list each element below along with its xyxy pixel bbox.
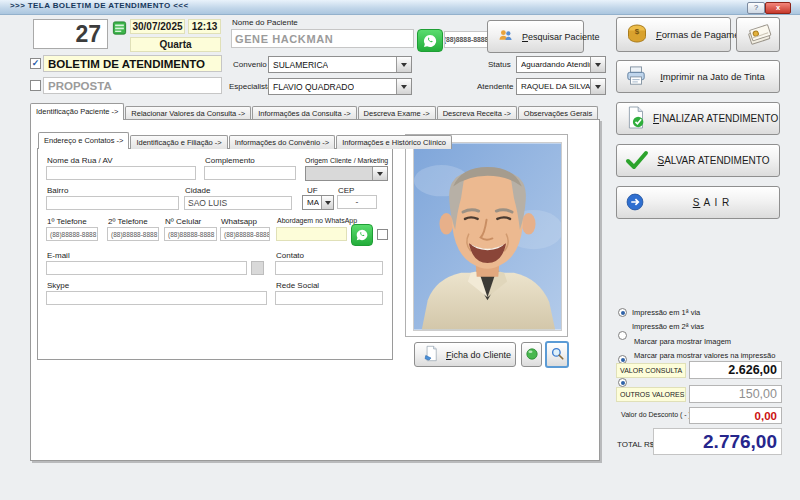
especialista-select[interactable]: FLAVIO QUADRADO — [268, 78, 412, 95]
chevron-down-icon — [590, 79, 605, 94]
uf-select[interactable]: MA — [302, 195, 334, 210]
uf-label: UF — [307, 186, 318, 195]
patient-name-input[interactable]: GENE HACKMAN — [231, 29, 414, 48]
people-icon — [496, 27, 515, 46]
finalize-button[interactable]: FINALIZAR ATENDIMENTO — [616, 102, 780, 135]
status-label: Status — [488, 60, 511, 69]
contato-input[interactable] — [275, 261, 383, 275]
inner-tab-endereco[interactable]: Endereço e Contatos -> — [38, 132, 129, 149]
abordagem-input[interactable] — [276, 227, 347, 241]
main-tabstrip: Identificação Paciente -> Relacionar Val… — [30, 104, 598, 120]
email-extra-box[interactable] — [251, 261, 264, 275]
patient-phone-field[interactable]: (88)8888-8888 — [444, 31, 488, 48]
tel2-input[interactable]: (88)88888-8888 — [107, 227, 159, 241]
weekday-field: Quarta — [130, 37, 221, 52]
atendente-value: RAQUEL DA SILVA — [521, 82, 590, 91]
street-input[interactable] — [46, 166, 196, 180]
bairro-input[interactable] — [46, 196, 179, 210]
whatsapp-optin-checkbox[interactable] — [377, 229, 388, 240]
valor-consulta-label: VALOR CONSULTA — [616, 363, 686, 378]
rede-social-input[interactable] — [275, 291, 383, 305]
cep-label: CEP — [338, 186, 354, 195]
uf-value: MA — [307, 198, 319, 207]
cidade-input[interactable]: SAO LUIS — [184, 196, 292, 210]
inner-tab-convenio[interactable]: Informações do Convênio -> — [229, 135, 335, 149]
cidade-label: Cidade — [185, 186, 210, 195]
tab-observacoes-gerais[interactable]: Observações Gerais — [518, 106, 598, 120]
tel2-label: 2º Telefone — [108, 217, 148, 226]
convenio-select[interactable]: SULAMERICA — [268, 56, 412, 73]
document-check-icon — [625, 106, 646, 131]
tab-descreva-exame[interactable]: Descreva Exame -> — [358, 106, 436, 120]
total-label: TOTAL R$ — [617, 440, 654, 449]
radio-mostrar-valores-label: Marcar para mostrar valores na impressão — [634, 351, 775, 360]
inner-tab-identificacao[interactable]: Identificação e Filiação -> — [130, 135, 227, 149]
attendance-number-field[interactable]: 27 — [33, 19, 108, 49]
celular-label: Nº Celular — [165, 217, 201, 226]
whatsapp-label: Whatsapp — [221, 217, 257, 226]
origin-select[interactable] — [305, 166, 388, 181]
whatsapp-icon[interactable] — [351, 224, 373, 246]
status-select[interactable]: Aguardando Atendimento — [516, 56, 606, 73]
contato-label: Contato — [276, 251, 304, 260]
coins-icon: $ — [625, 22, 649, 48]
search-patient-button[interactable]: Pesquisar Paciente — [487, 20, 584, 53]
whatsapp-input[interactable]: (88)88888-8888 — [220, 227, 270, 241]
email-input[interactable] — [46, 261, 247, 275]
tel1-input[interactable]: (88)88888-8888 — [46, 227, 98, 241]
proposta-checkbox[interactable] — [30, 80, 41, 91]
radio-impressao-1via-label: Impressão em 1ª via — [632, 308, 700, 317]
outros-valores-value[interactable]: 150,00 — [689, 385, 782, 403]
inner-tab-historico[interactable]: Informações e Histórico Clínico — [336, 135, 452, 149]
exit-button[interactable]: S A I R — [616, 186, 780, 219]
boletim-field: BOLETIM DE ATENDIMENTO — [43, 55, 222, 72]
client-photo — [413, 142, 562, 331]
payment-methods-button[interactable]: $ Formas de Pagamento — [616, 17, 731, 52]
photo-zoom-button[interactable] — [545, 341, 569, 368]
boletim-window: >>> TELA BOLETIM DE ATENDIMENTO <<< ? x … — [0, 0, 800, 500]
bairro-label: Bairro — [47, 186, 68, 195]
desconto-value[interactable]: 0,00 — [689, 407, 782, 424]
radio-mostrar-imagem-label: Marcar para mostrar Imagem — [634, 337, 731, 346]
printer-icon — [625, 66, 647, 88]
celular-input[interactable]: (88)88888-8888 — [164, 227, 217, 241]
help-button[interactable]: ? — [747, 2, 765, 14]
tab-descreva-receita[interactable]: Descreva Receita -> — [437, 106, 517, 120]
total-value: 2.776,00 — [653, 428, 782, 455]
tab-informacoes-consulta[interactable]: Informações da Consulta -> — [252, 106, 356, 120]
complement-input[interactable] — [204, 166, 296, 180]
client-photo-frame — [405, 134, 568, 337]
green-dot-icon — [526, 348, 538, 362]
close-button[interactable]: x — [765, 2, 791, 14]
print-inkjet-button[interactable]: Imprimir na Jato de Tinta — [616, 60, 780, 93]
cheque-button[interactable] — [736, 17, 780, 52]
radio-mostrar-valores[interactable] — [618, 378, 627, 387]
save-button[interactable]: SALVAR ATENDIMENTO — [616, 144, 780, 177]
valor-consulta-value[interactable]: 2.626,00 — [689, 361, 782, 379]
calendar-icon[interactable] — [112, 21, 127, 39]
skype-label: Skype — [47, 281, 69, 290]
especialista-value: FLAVIO QUADRADO — [273, 82, 354, 92]
proposta-field: PROPOSTA — [43, 77, 222, 94]
convenio-label: Convenio — [233, 60, 267, 69]
whatsapp-icon[interactable] — [417, 29, 443, 52]
magnifier-icon — [550, 346, 565, 363]
skype-input[interactable] — [46, 291, 267, 305]
photo-status-button[interactable] — [521, 342, 542, 367]
radio-impressao-2vias[interactable] — [618, 331, 627, 340]
cep-input[interactable]: - — [337, 195, 377, 209]
especialista-label: Especialista — [229, 82, 272, 91]
abordagem-label: Abordagem no WhatsApp — [277, 217, 357, 224]
atendente-select[interactable]: RAQUEL DA SILVA — [516, 78, 606, 95]
radio-impressao-1via[interactable] — [618, 308, 627, 317]
window-title: >>> TELA BOLETIM DE ATENDIMENTO <<< — [10, 1, 188, 10]
ficha-cliente-button[interactable]: Ficha do Cliente — [414, 342, 516, 367]
boletim-checkbox[interactable] — [30, 58, 41, 69]
tab-relacionar-valores[interactable]: Relacionar Valores da Consulta -> — [125, 106, 251, 120]
chevron-down-icon — [321, 196, 333, 209]
chevron-down-icon — [372, 167, 387, 180]
exit-arrow-icon — [625, 192, 645, 214]
atendente-label: Atendente — [477, 82, 513, 91]
patient-name-label: Nome do Paciente — [232, 18, 298, 27]
tab-identificacao-paciente[interactable]: Identificação Paciente -> — [30, 103, 124, 120]
